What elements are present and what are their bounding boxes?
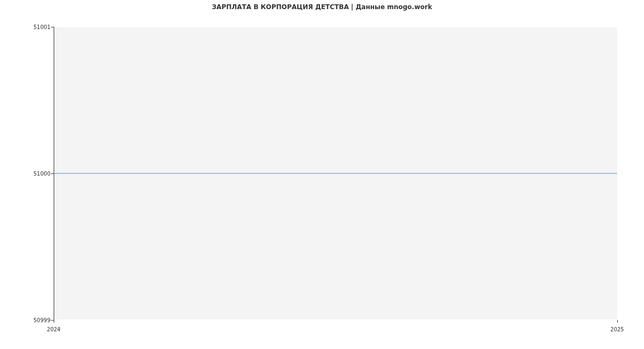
y-tick-label: 51000 — [29, 171, 50, 177]
y-tick-mark — [51, 173, 54, 174]
plot-area — [54, 27, 617, 320]
grid-line — [54, 27, 617, 27]
x-tick-mark — [54, 320, 54, 323]
x-tick-label: 2024 — [47, 326, 60, 332]
chart-title: ЗАРПЛАТА В КОРПОРАЦИЯ ДЕТСТВА | Данные m… — [0, 3, 644, 11]
x-tick-label: 2025 — [610, 326, 624, 332]
y-tick-mark — [51, 27, 54, 27]
grid-line — [54, 319, 617, 320]
y-tick-label: 51001 — [29, 24, 50, 30]
data-series-line — [54, 173, 617, 173]
x-tick-mark — [617, 320, 618, 323]
y-tick-label: 50999 — [29, 317, 50, 323]
